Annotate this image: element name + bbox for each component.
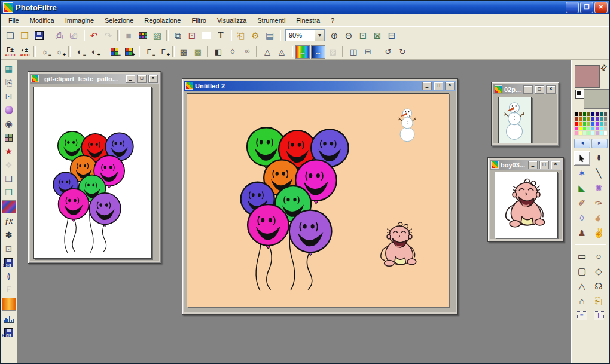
flip-horizontal-icon[interactable]: ◫	[346, 46, 361, 58]
shape-rounded-rectangle[interactable]: ▢	[574, 264, 590, 279]
palette-swatch[interactable]	[591, 117, 595, 121]
child-close-button[interactable]: ×	[148, 75, 158, 83]
show-selection-icon[interactable]	[199, 29, 214, 42]
close-button[interactable]: ✕	[594, 2, 608, 13]
palette-swatch[interactable]	[582, 121, 587, 126]
child-close-button[interactable]: ×	[546, 85, 556, 94]
fullscreen-icon[interactable]: ⊟	[385, 29, 399, 42]
palette-next-button[interactable]: ▸	[591, 139, 608, 148]
palette-swatch[interactable]	[595, 121, 599, 126]
shape-ellipse[interactable]: ○	[590, 249, 607, 264]
child-maximize-button[interactable]: □	[137, 75, 147, 83]
contrast-minus-icon[interactable]: ◐−	[72, 46, 87, 58]
canvas-clipart[interactable]	[33, 87, 152, 259]
load-selection-icon[interactable]: ⎗	[590, 293, 607, 308]
zoom-full-icon[interactable]: ⊠	[370, 29, 385, 42]
palette-swatch[interactable]	[574, 126, 578, 131]
zoom-select[interactable]: 90% ▾	[285, 29, 325, 41]
threshold-icon[interactable]: ◧	[211, 46, 225, 58]
grayscale-icon[interactable]: ■	[121, 29, 136, 42]
gamma-plus-icon[interactable]: Γ+	[156, 46, 170, 58]
explorer-icon[interactable]: ⎗	[234, 29, 248, 42]
zoom-in-icon[interactable]: ⊕	[327, 29, 341, 42]
minimize-button[interactable]: _	[566, 2, 579, 13]
window-baby-titlebar[interactable]: boy03... _ □ ×	[490, 160, 562, 170]
transparency-icon[interactable]: ▨	[150, 29, 164, 42]
photomontage-icon[interactable]	[2, 131, 16, 143]
palette-swatch[interactable]	[603, 131, 608, 136]
text-tool-icon[interactable]: T	[214, 29, 228, 42]
symmetry-icon[interactable]: ✽	[2, 229, 16, 241]
copy-merged-icon[interactable]: ❐	[2, 186, 16, 198]
auto-levels-icon[interactable]: Γ±AUTO	[3, 46, 17, 58]
rotate-left-icon[interactable]: ↺	[381, 46, 395, 58]
title-bar[interactable]: PhotoFiltre _ ❐ ✕	[1, 1, 609, 14]
shape-rectangle[interactable]: ▭	[574, 249, 590, 264]
window-baby[interactable]: boy03... _ □ ×	[487, 157, 564, 242]
palette-swatch[interactable]	[587, 117, 591, 121]
menu-item-file[interactable]: File	[3, 15, 25, 26]
new-from-clipboard-icon[interactable]: ❏	[2, 173, 16, 185]
child-minimize-button[interactable]: _	[422, 82, 432, 90]
canvas-untitled2[interactable]	[187, 93, 449, 307]
child-maximize-button[interactable]: □	[434, 82, 443, 90]
palette-swatch[interactable]	[591, 121, 595, 126]
palette-swatch[interactable]	[599, 121, 603, 126]
restore-button[interactable]: ❐	[580, 2, 593, 13]
mosaic-color-icon[interactable]: ▩	[191, 46, 205, 58]
window-clipart[interactable]: _gif-clipart_feste_pallo... _ □ ×	[28, 71, 161, 264]
blur-icon[interactable]: ◊	[225, 46, 240, 58]
palette-swatch[interactable]	[599, 117, 603, 121]
palette-swatch[interactable]	[574, 131, 578, 136]
palette-swatch[interactable]	[595, 126, 599, 131]
child-minimize-button[interactable]: _	[126, 75, 135, 83]
window-untitled2[interactable]: Untitled 2 _ □ ×	[182, 78, 458, 315]
tool-fill[interactable]: ◣	[574, 181, 590, 195]
export-2000-icon[interactable]: 2000	[2, 256, 16, 268]
auto-color-balance-icon[interactable]: ↔	[295, 45, 310, 59]
swap-colors-icon[interactable]: ⇄	[598, 62, 609, 72]
tool-hand[interactable]: ✌	[590, 225, 607, 240]
child-minimize-button[interactable]: _	[523, 85, 533, 94]
palette-swatch[interactable]	[599, 126, 603, 131]
palette-swatch[interactable]	[574, 112, 578, 117]
palette-swatch[interactable]	[578, 112, 582, 117]
child-close-button[interactable]: ×	[551, 161, 560, 169]
tool-airbrush[interactable]: ✺	[590, 181, 607, 195]
palette-prev-button[interactable]: ◂	[574, 139, 590, 148]
zoom-out-icon[interactable]: ⊖	[341, 29, 356, 42]
palette-swatch[interactable]	[595, 131, 599, 136]
menu-item-modifica[interactable]: Modifica	[25, 15, 60, 26]
effects-fx-icon[interactable]: ƒx	[2, 215, 16, 227]
undo-icon[interactable]: ↶	[87, 29, 101, 42]
sharpen-more-icon[interactable]: ◬	[274, 46, 289, 58]
palette-swatch[interactable]	[591, 126, 595, 131]
image-border-icon[interactable]: ⊡	[185, 29, 199, 42]
palette-swatch[interactable]	[578, 117, 582, 121]
rotate-right-icon[interactable]: ↻	[395, 46, 410, 58]
tool-smudge[interactable]: ☛	[590, 210, 607, 225]
saturation-plus-icon[interactable]: +	[121, 46, 136, 58]
mosaic-icon[interactable]: ▩	[176, 46, 191, 58]
flip-vertical-icon[interactable]: ⊟	[361, 46, 375, 58]
menu-item-finestra[interactable]: Finestra	[291, 15, 325, 26]
menu-item-selezione[interactable]: Selezione	[99, 15, 139, 26]
menu-item-strumenti[interactable]: Strumenti	[252, 15, 291, 26]
palette-swatch[interactable]	[591, 131, 595, 136]
tool-clone-stamp[interactable]: ♟	[574, 225, 590, 240]
menu-item-immagine[interactable]: Immagine	[60, 15, 99, 26]
save-icon[interactable]	[32, 29, 46, 42]
shape-lasso[interactable]: ☊	[590, 279, 607, 293]
indexed-color-icon[interactable]	[136, 29, 150, 42]
palette-swatch[interactable]	[578, 121, 582, 126]
auto-contrast-icon[interactable]: ◐±AUTO	[17, 46, 32, 58]
favorites-icon[interactable]: ★	[2, 145, 16, 157]
shape-polygon[interactable]: ⌂	[574, 293, 590, 308]
sphere-3d-icon[interactable]	[2, 104, 16, 116]
shape-triangle[interactable]: △	[574, 279, 590, 293]
palette-swatch[interactable]	[599, 112, 603, 117]
tool-pointer[interactable]	[574, 151, 590, 166]
blur-more-icon[interactable]: ◊◊	[240, 46, 254, 58]
slideshow-icon[interactable]: ⊡	[2, 90, 16, 102]
palette-swatch[interactable]	[587, 112, 591, 117]
